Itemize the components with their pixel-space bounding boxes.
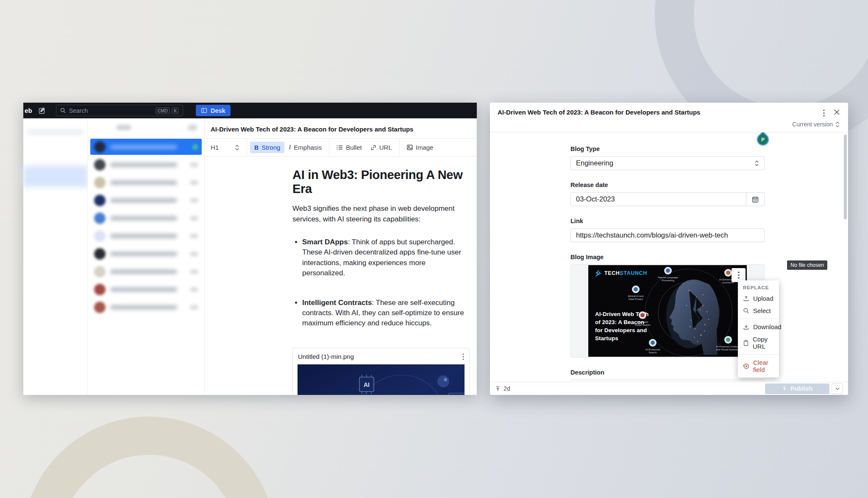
- svg-text:Visual Search: Visual Search: [635, 324, 651, 326]
- doc-list-item[interactable]: [90, 210, 202, 226]
- doc-meta-blurred: [190, 288, 198, 291]
- bullet-lead: Smart DApps: [302, 238, 348, 246]
- svg-text:Data Privacy: Data Privacy: [629, 298, 643, 300]
- publish-label: Publish: [790, 385, 812, 392]
- doc-list-item[interactable]: [90, 299, 202, 315]
- url-label: URL: [379, 144, 392, 151]
- svg-text:Search: Search: [648, 351, 657, 354]
- selected-structure-item[interactable]: [23, 166, 88, 187]
- doc-thumbnail: [94, 195, 106, 206]
- blog-type-select[interactable]: Engineering: [570, 156, 765, 170]
- menu-item-clear-field[interactable]: Clear field: [738, 356, 779, 376]
- no-file-tooltip: No file chosen: [787, 260, 827, 270]
- menu-item-select[interactable]: Select: [738, 305, 779, 317]
- doc-meta-blurred: [190, 252, 198, 256]
- doc-list-item[interactable]: [90, 263, 202, 280]
- doc-meta-blurred: [190, 163, 198, 167]
- publish-time: 2d: [504, 385, 510, 392]
- doc-list-item[interactable]: [90, 228, 202, 244]
- search-input[interactable]: Search CMDK: [56, 105, 183, 116]
- publish-options-button[interactable]: [832, 383, 843, 394]
- desk-tab-button[interactable]: Desk: [196, 105, 231, 116]
- shortcut-k-key: K: [172, 107, 179, 114]
- svg-text:Processing: Processing: [662, 279, 674, 282]
- embedded-image: AI: [298, 364, 465, 395]
- doc-list-item[interactable]: [90, 281, 202, 297]
- clipboard-icon: [743, 340, 749, 346]
- image-button[interactable]: Image: [403, 142, 438, 153]
- inspector-menu-icon[interactable]: [822, 109, 826, 118]
- svg-text:Ethical AI and: Ethical AI and: [628, 295, 644, 297]
- inspector-window: AI-Driven Web Tech of 2023: A Beacon for…: [490, 103, 848, 395]
- menu-item-label: Download: [753, 323, 782, 330]
- blog-type-label: Blog Type: [570, 145, 765, 152]
- content-bullet-list: Smart DApps: Think of apps but superchar…: [292, 237, 470, 328]
- doc-title-blurred: [110, 162, 177, 167]
- doc-title-blurred: [110, 234, 177, 238]
- last-publish-status: 2d: [495, 385, 510, 392]
- emphasis-button[interactable]: I Emphasis: [284, 142, 326, 153]
- image-block-menu-icon[interactable]: [462, 353, 464, 360]
- doc-thumbnail: [94, 230, 106, 242]
- calendar-button[interactable]: [746, 193, 764, 206]
- publish-button[interactable]: Publish: [765, 383, 829, 394]
- editor-pane: AI-Driven Web Tech of 2023: A Beacon for…: [205, 118, 477, 395]
- menu-divider: [738, 319, 779, 319]
- menu-item-download[interactable]: Download: [738, 321, 779, 333]
- url-button[interactable]: URL: [366, 142, 396, 153]
- search-icon: [60, 108, 66, 113]
- editor-content[interactable]: AI in Web3: Pioneering A New Era Web3 si…: [292, 168, 470, 395]
- blog-image-preview[interactable]: TECHSTAUNCH AI-Driven Web Tech of 2023: …: [570, 264, 765, 358]
- avatar-initial: P: [758, 134, 768, 145]
- compose-icon[interactable]: [38, 107, 46, 115]
- blog-image-label: Blog Image: [570, 254, 765, 260]
- image-block-card: Untitled (1)-min.png: [292, 348, 470, 395]
- bullet-item: Smart DApps: Think of apps but superchar…: [302, 237, 470, 278]
- doc-list-item[interactable]: [90, 246, 202, 262]
- inspector-header: AI-Driven Web Tech of 2023: A Beacon for…: [490, 103, 848, 118]
- text-style-select[interactable]: H1: [206, 144, 244, 151]
- search-shortcut: CMDK: [156, 107, 179, 114]
- publish-arrow-icon: [782, 386, 787, 391]
- text-style-value: H1: [211, 144, 219, 151]
- ai-chip-label: AI: [364, 381, 370, 388]
- inspector-scrollbar[interactable]: [844, 134, 847, 219]
- release-date-label: Release date: [570, 182, 765, 188]
- doc-list-item[interactable]: [90, 192, 202, 208]
- release-date-value: 03-Oct-2023: [576, 195, 615, 203]
- image-filename: Untitled (1)-min.png: [298, 353, 354, 360]
- doc-thumbnail: [94, 213, 106, 224]
- menu-item-copy-url[interactable]: Copy URL: [738, 333, 779, 353]
- document-list-pane: [88, 118, 205, 395]
- brand-tech: TECH: [604, 270, 620, 276]
- studio-logo: eb: [25, 107, 32, 114]
- release-date-input[interactable]: 03-Oct-2023: [570, 192, 765, 206]
- desk-label: Desk: [211, 107, 225, 114]
- banner-title-line: for Developers and: [595, 327, 647, 333]
- description-textarea[interactable]: A heartfelt guide to the AI-infused web …: [570, 380, 765, 382]
- editor-scroll-area[interactable]: AI in Web3: Pioneering A New Era Web3 si…: [205, 157, 477, 395]
- toolbar-separator: [329, 139, 329, 156]
- release-date-field: Release date 03-Oct-2023: [570, 182, 765, 206]
- strong-button[interactable]: B Strong: [250, 142, 284, 153]
- doc-list-item[interactable]: [90, 139, 202, 155]
- shortcut-cmd-key: CMD: [156, 107, 170, 114]
- doc-thumbnail: [94, 284, 106, 295]
- inspector-title: AI-Driven Web Tech of 2023: A Beacon for…: [498, 109, 815, 116]
- close-icon[interactable]: [833, 109, 840, 116]
- bullet-button[interactable]: Bullet: [332, 142, 366, 153]
- download-icon: [743, 324, 749, 330]
- chevron-updown-icon: [754, 160, 759, 166]
- svg-text:Natural Language: Natural Language: [658, 276, 678, 279]
- link-input[interactable]: https://techstaunch.com/blogs/ai-driven-…: [570, 228, 765, 242]
- menu-item-upload[interactable]: Upload: [738, 292, 779, 305]
- bullet-lead: Intelligent Contracts: [302, 299, 372, 307]
- doc-list-item[interactable]: [90, 157, 202, 173]
- link-icon: [370, 145, 376, 151]
- version-select[interactable]: Current version: [490, 118, 848, 132]
- doc-thumbnail: [94, 248, 106, 260]
- menu-section-label: REPLACE: [738, 281, 779, 292]
- bold-icon: B: [254, 144, 259, 151]
- calendar-icon: [752, 196, 759, 203]
- doc-list-item[interactable]: [90, 174, 202, 190]
